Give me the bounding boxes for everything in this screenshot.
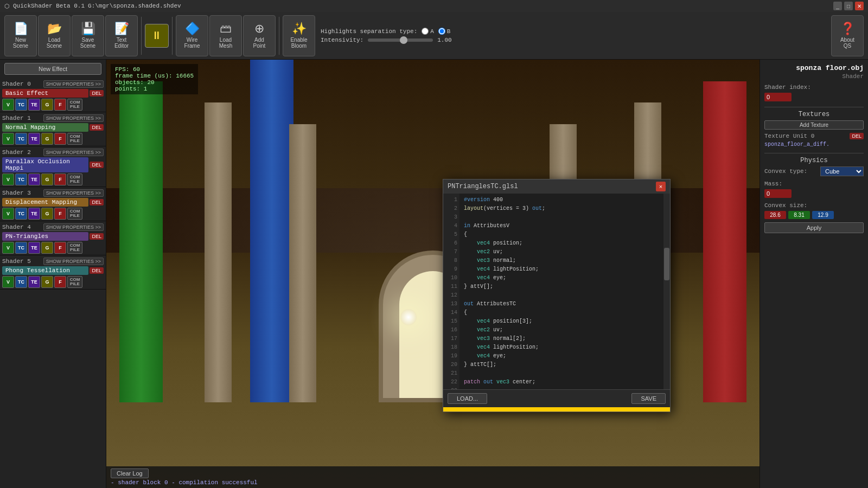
highlight-type-b[interactable]: B	[438, 28, 451, 35]
save-scene-button[interactable]: 💾 SaveScene	[72, 15, 104, 56]
shader-3-show-props[interactable]: SHOW PROPERTIES >>	[43, 189, 104, 197]
text-editor-icon: 📝	[114, 23, 129, 35]
bloom-controls: Highlights separation type: A B Intensiv…	[316, 25, 456, 46]
new-effect-button[interactable]: New Effect	[4, 63, 101, 75]
shader-block-0: Shader 0 SHOW PROPERTIES >> Basic Effect…	[0, 78, 106, 112]
text-editor-button[interactable]: 📝 TextEditor	[105, 15, 138, 56]
code-load-button[interactable]: LOAD...	[448, 393, 487, 404]
shader-0-compile-btn[interactable]: COMPILE	[67, 99, 82, 111]
objects-stat: objects: 20	[115, 79, 194, 86]
about-qs-label: AboutQS	[840, 37, 854, 49]
log-message: - shader block 0 - compilation successfu…	[111, 479, 755, 486]
save-scene-icon: 💾	[81, 23, 95, 35]
load-scene-button[interactable]: 📂 LoadScene	[38, 15, 71, 56]
shader-5-tc-btn[interactable]: TC	[15, 276, 27, 288]
about-qs-button[interactable]: ❓ AboutQS	[831, 15, 864, 56]
shader-2-show-props[interactable]: SHOW PROPERTIES >>	[43, 149, 104, 156]
shader-4-compile-btn[interactable]: COMPILE	[67, 242, 82, 254]
shader-2-te-btn[interactable]: TE	[28, 174, 40, 185]
shader-5-v-btn[interactable]: V	[2, 276, 14, 288]
shader-0-g-btn[interactable]: G	[41, 99, 53, 111]
clear-log-button[interactable]: Clear Log	[111, 468, 149, 478]
shader-1-te-btn[interactable]: TE	[28, 133, 40, 145]
shader-0-v-btn[interactable]: V	[2, 99, 14, 111]
frametime-stat: frame time (us): 16665	[115, 73, 194, 79]
code-content[interactable]: #version 400layout(vertices = 3) out; in…	[459, 194, 663, 389]
shader-4-del[interactable]: DEL	[90, 233, 104, 240]
maximize-button[interactable]: □	[844, 2, 853, 10]
shader-5-g-btn[interactable]: G	[41, 276, 53, 288]
points-stat: points: 1	[115, 86, 194, 92]
shader-1-v-btn[interactable]: V	[2, 133, 14, 145]
minimize-button[interactable]: _	[833, 2, 842, 10]
text-editor-label: TextEditor	[114, 37, 129, 49]
intensity-slider[interactable]	[368, 38, 433, 42]
shader-2-v-btn[interactable]: V	[2, 174, 14, 185]
add-texture-button[interactable]: Add Texture	[764, 120, 864, 130]
load-mesh-button[interactable]: 🗃 LoadMesh	[209, 15, 242, 56]
shader-1-show-props[interactable]: SHOW PROPERTIES >>	[43, 114, 104, 122]
log-area: Clear Log - shader block 0 - compilation…	[106, 466, 760, 488]
shader-0-f-btn[interactable]: F	[54, 99, 66, 111]
new-scene-button[interactable]: 📄 NewScene	[4, 15, 37, 56]
shader-4-g-btn[interactable]: G	[41, 242, 53, 254]
shader-5-del[interactable]: DEL	[90, 267, 104, 274]
shader-1-f-btn[interactable]: F	[54, 133, 66, 145]
apply-button[interactable]: Apply	[764, 222, 864, 233]
code-editor: PNTrianglesTC.glsl × 1234567891011121314…	[443, 179, 671, 412]
convex-type-select[interactable]: Cube Sphere Mesh	[820, 166, 864, 176]
code-scrollbar[interactable]	[663, 194, 670, 389]
shader-0-del[interactable]: DEL	[90, 90, 104, 97]
shader-5-compile-btn[interactable]: COMPILE	[67, 276, 82, 288]
close-button[interactable]: ✕	[855, 2, 864, 10]
shader-5-te-btn[interactable]: TE	[28, 276, 40, 288]
highlight-type-a[interactable]: A	[422, 28, 434, 35]
shader-index-input[interactable]	[764, 93, 792, 101]
intensity-slider-thumb[interactable]	[400, 36, 407, 44]
shader-2-f-btn[interactable]: F	[54, 174, 66, 185]
shader-2-title: Shader 2	[2, 149, 31, 156]
shader-0-show-props[interactable]: SHOW PROPERTIES >>	[43, 80, 104, 88]
shader-5-show-props[interactable]: SHOW PROPERTIES >>	[43, 258, 104, 265]
app-file: G:\mgr\sponza.shaded.shdev	[88, 3, 181, 9]
enable-bloom-button[interactable]: ✨ EnableBloom	[283, 15, 315, 56]
wire-frame-button[interactable]: 🔷 WireFrame	[176, 15, 208, 56]
shader-4-te-btn[interactable]: TE	[28, 242, 40, 254]
shader-0-tc-btn[interactable]: TC	[15, 99, 27, 111]
shader-1-compile-btn[interactable]: COMPILE	[67, 133, 82, 145]
shader-2-tc-btn[interactable]: TC	[15, 174, 27, 185]
shader-3-f-btn[interactable]: F	[54, 208, 66, 220]
shader-1-g-btn[interactable]: G	[41, 133, 53, 145]
code-editor-close-button[interactable]: ×	[656, 182, 666, 191]
shader-4-v-btn[interactable]: V	[2, 242, 14, 254]
mass-input[interactable]	[764, 189, 792, 198]
shader-4-f-btn[interactable]: F	[54, 242, 66, 254]
shader-3-g-btn[interactable]: G	[41, 208, 53, 220]
shader-4-name: PN-Triangles	[2, 232, 88, 241]
shader-3-tc-btn[interactable]: TC	[15, 208, 27, 220]
code-save-button[interactable]: SAVE	[631, 393, 666, 404]
add-point-button[interactable]: ⊕ AddPoint	[243, 15, 276, 56]
shader-3-te-btn[interactable]: TE	[28, 208, 40, 220]
shader-2-del[interactable]: DEL	[90, 162, 104, 168]
shader-4-tc-btn[interactable]: TC	[15, 242, 27, 254]
shader-4-show-props[interactable]: SHOW PROPERTIES >>	[43, 223, 104, 231]
convex-size-y[interactable]	[788, 211, 810, 219]
shader-0-te-btn[interactable]: TE	[28, 99, 40, 111]
texture-del-button[interactable]: DEL	[850, 133, 864, 139]
shader-1-del[interactable]: DEL	[90, 124, 104, 131]
pause-button[interactable]: ⏸	[145, 24, 169, 48]
shader-5-f-btn[interactable]: F	[54, 276, 66, 288]
radio-a[interactable]	[422, 28, 429, 35]
convex-size-x[interactable]	[764, 211, 786, 219]
shader-3-compile-btn[interactable]: COMPILE	[67, 208, 82, 220]
shader-2-g-btn[interactable]: G	[41, 174, 53, 185]
shader-1-tc-btn[interactable]: TC	[15, 133, 27, 145]
convex-size-z[interactable]	[812, 211, 834, 219]
scrollbar-thumb[interactable]	[664, 248, 669, 280]
shader-3-v-btn[interactable]: V	[2, 208, 14, 220]
viewport[interactable]: FPS: 60 frame time (us): 16665 objects: …	[106, 60, 760, 488]
shader-2-compile-btn[interactable]: COMPILE	[67, 174, 82, 185]
shader-3-del[interactable]: DEL	[90, 199, 104, 206]
radio-b[interactable]	[438, 28, 445, 35]
